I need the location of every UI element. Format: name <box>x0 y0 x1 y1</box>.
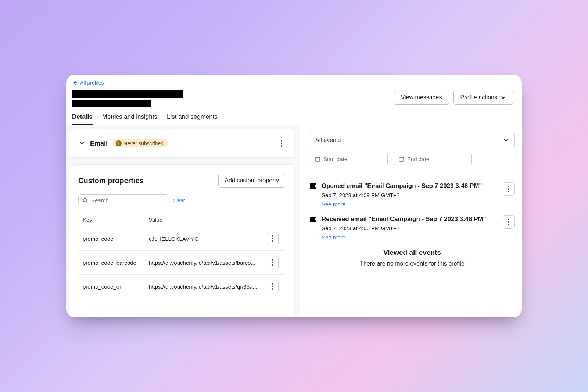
prop-value: https://dl.voucherify.io/api/v1/assets/q… <box>149 284 267 290</box>
svg-point-0 <box>83 198 87 202</box>
back-all-profiles-link[interactable]: All profiles <box>72 80 104 86</box>
prop-key: promo_code_qr <box>83 284 149 290</box>
body-area: Email ! Never subscribed Custom properti… <box>66 125 522 317</box>
custom-properties-card: Custom properties Add custom property Cl… <box>69 164 294 317</box>
prop-key: promo_code <box>83 236 149 242</box>
custom-properties-header: Custom properties Add custom property <box>78 174 285 188</box>
row-more-button[interactable] <box>267 256 279 269</box>
table-row: promo_code_barcode https://dl.voucherify… <box>78 250 285 274</box>
tab-metrics[interactable]: Metrics and insights <box>102 113 157 125</box>
search-field[interactable] <box>91 197 164 203</box>
events-empty-state: Viewed all events There are no more even… <box>310 249 514 267</box>
prop-value: cJpHELLOKLAVIYO <box>149 236 267 242</box>
row-more-button[interactable] <box>267 280 279 293</box>
add-custom-property-button[interactable]: Add custom property <box>218 174 285 188</box>
chevron-down-icon <box>79 140 85 146</box>
flag-icon <box>310 183 316 189</box>
profile-name-redacted <box>72 90 183 98</box>
svg-rect-2 <box>399 157 404 161</box>
calendar-icon <box>398 156 404 162</box>
events-filter-select[interactable]: All events <box>310 133 514 147</box>
badge-label: Never subscribed <box>123 140 164 146</box>
events-filter-label: All events <box>315 137 341 143</box>
properties-table-header: Key Value <box>78 213 285 227</box>
col-left: Email ! Never subscribed Custom properti… <box>66 125 300 317</box>
tab-details[interactable]: Details <box>72 113 93 125</box>
table-row: promo_code_qr https://dl.voucherify.io/a… <box>78 274 285 298</box>
table-row: promo_code cJpHELLOKLAVIYO <box>78 227 285 250</box>
chevron-down-icon <box>503 137 509 143</box>
profile-actions-label: Profile actions <box>460 94 498 101</box>
header-row: View messages Profile actions <box>66 87 522 107</box>
profile-window: All profiles View messages Profile actio… <box>66 75 522 317</box>
profile-actions-button[interactable]: Profile actions <box>453 90 513 105</box>
event-item: Received email "Email Campaign - Sep 7 2… <box>310 215 514 240</box>
custom-properties-search-row: Clear <box>78 194 285 206</box>
col-header-value: Value <box>149 217 267 223</box>
viewed-all-title: Viewed all events <box>310 249 514 257</box>
start-date-input[interactable]: Start date <box>310 153 388 165</box>
view-messages-label: View messages <box>401 94 442 101</box>
search-icon <box>82 197 88 203</box>
end-date-input[interactable]: End date <box>394 153 472 165</box>
top-bar: All profiles <box>66 75 522 87</box>
profile-tabs: Details Metrics and insights List and se… <box>66 107 522 125</box>
alert-icon: ! <box>116 140 122 146</box>
arrow-left-icon <box>72 80 78 86</box>
tab-lists[interactable]: List and segments <box>167 113 218 125</box>
email-section-title: Email <box>90 140 108 147</box>
col-right: All events Start date End date <box>300 125 522 317</box>
header-actions: View messages Profile actions <box>394 90 513 105</box>
back-link-label: All profiles <box>80 80 104 86</box>
view-messages-button[interactable]: View messages <box>394 90 449 105</box>
prop-value: https://dl.voucherify.io/api/v1/assets/b… <box>149 260 267 266</box>
event-title: Received email "Email Campaign - Sep 7 2… <box>322 215 498 223</box>
viewed-all-sub: There are no more events for this profil… <box>310 260 514 267</box>
email-card-more-button[interactable] <box>276 137 287 150</box>
header-left <box>72 90 394 107</box>
event-more-button[interactable] <box>503 182 514 196</box>
event-more-button[interactable] <box>503 215 514 229</box>
row-more-button[interactable] <box>267 232 279 245</box>
event-title: Opened email "Email Campaign - Sep 7 202… <box>322 182 498 190</box>
flag-icon <box>310 217 316 222</box>
event-see-more-link[interactable]: See more <box>322 234 498 240</box>
subscription-status-badge: ! Never subscribed <box>113 139 168 147</box>
end-date-placeholder: End date <box>407 156 429 162</box>
email-channel-card: Email ! Never subscribed <box>69 129 294 158</box>
custom-properties-search-input[interactable] <box>78 194 168 206</box>
profile-email-redacted <box>72 100 151 107</box>
custom-properties-title: Custom properties <box>78 177 144 185</box>
event-timestamp: Sep 7, 2023 at 4:09 PM GMT+2 <box>322 192 498 198</box>
event-item: Opened email "Email Campaign - Sep 7 202… <box>310 182 514 207</box>
chevron-down-icon <box>500 95 506 100</box>
email-collapse-toggle[interactable] <box>79 140 85 147</box>
col-header-key: Key <box>83 217 149 223</box>
start-date-placeholder: Start date <box>323 156 347 162</box>
prop-key: promo_code_barcode <box>83 260 149 266</box>
event-timestamp: Sep 7, 2023 at 4:06 PM GMT+2 <box>322 225 498 231</box>
calendar-icon <box>315 156 320 162</box>
events-timeline: Opened email "Email Campaign - Sep 7 202… <box>310 182 514 267</box>
clear-search-link[interactable]: Clear <box>173 197 185 203</box>
date-range-row: Start date End date <box>310 153 514 165</box>
svg-rect-1 <box>315 157 320 161</box>
event-see-more-link[interactable]: See more <box>322 201 498 207</box>
